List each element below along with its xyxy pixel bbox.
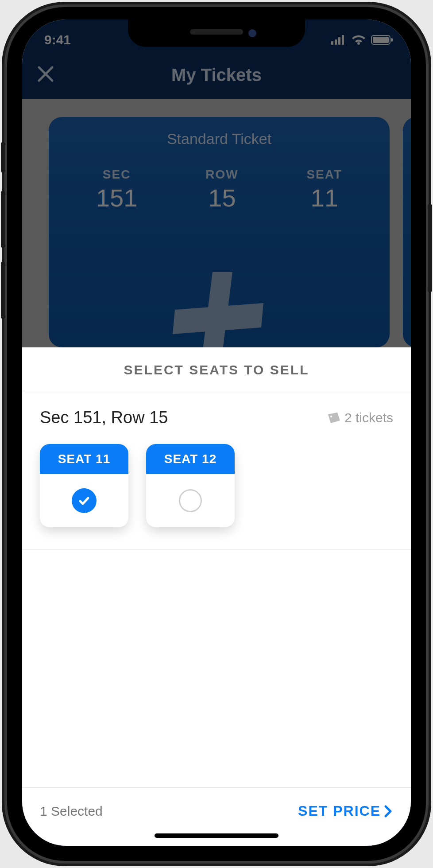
seat-group: Sec 151, Row 15 2 tickets SEAT 11 xyxy=(22,391,411,550)
set-price-label: SET PRICE xyxy=(298,803,381,819)
group-count: 2 tickets xyxy=(327,410,393,425)
seat-chip-label: SEAT 11 xyxy=(40,444,128,474)
checkmark-filled-icon xyxy=(72,488,97,513)
selected-count: 1 Selected xyxy=(40,804,103,819)
set-price-button[interactable]: SET PRICE xyxy=(298,803,393,819)
seat-chip-state xyxy=(40,474,128,527)
seat-chip-12[interactable]: SEAT 12 xyxy=(146,444,235,527)
chevron-right-icon xyxy=(383,805,393,818)
seat-options: SEAT 11 SEAT 12 xyxy=(40,444,393,527)
modal-scrim[interactable] xyxy=(22,19,411,347)
group-header: Sec 151, Row 15 2 tickets xyxy=(40,408,393,427)
ticket-icon xyxy=(327,413,340,423)
seat-chip-label: SEAT 12 xyxy=(146,444,235,474)
group-count-text: 2 tickets xyxy=(344,410,393,425)
seat-chip-state xyxy=(146,474,235,527)
side-button xyxy=(428,204,432,292)
side-button xyxy=(1,261,5,319)
side-button xyxy=(1,142,5,173)
screen: 9:41 My Tickets Standard Ticket xyxy=(22,19,411,846)
side-button xyxy=(1,191,5,248)
sheet-spacer xyxy=(22,550,411,787)
sheet-title: SELECT SEATS TO SELL xyxy=(22,347,411,391)
checkmark-empty-icon xyxy=(179,489,202,512)
notch xyxy=(128,19,305,47)
home-indicator[interactable] xyxy=(155,833,278,838)
device-frame: 9:41 My Tickets Standard Ticket xyxy=(0,0,433,868)
sell-sheet: SELECT SEATS TO SELL Sec 151, Row 15 2 t… xyxy=(22,347,411,846)
seat-chip-11[interactable]: SEAT 11 xyxy=(40,444,128,527)
group-location: Sec 151, Row 15 xyxy=(40,408,168,427)
